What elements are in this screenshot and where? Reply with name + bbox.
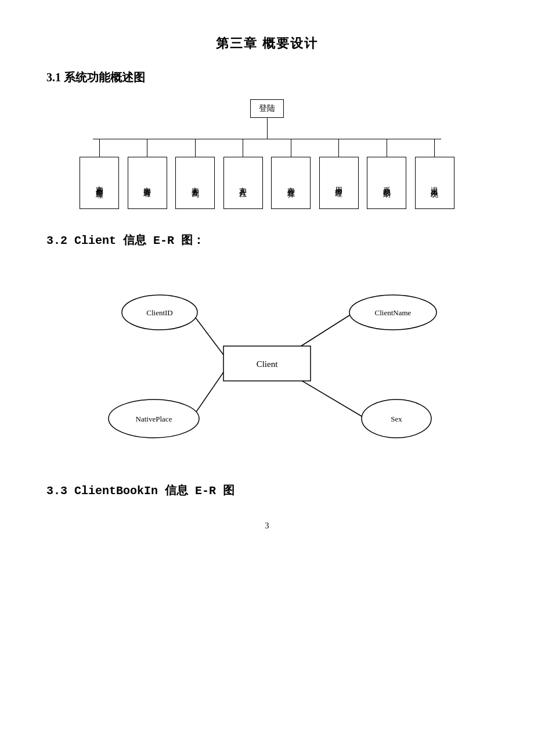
tree-child-col: 客房管理 — [124, 139, 172, 209]
tree-child-node: 客户结算 — [271, 157, 311, 209]
tree-child-node: 系统帮助 — [367, 157, 406, 209]
tree-child-col: 退出系统 — [411, 139, 459, 209]
svg-text:Sex: Sex — [391, 415, 402, 423]
svg-text:ClientID: ClientID — [146, 308, 173, 317]
tree-child-col: 客户类型管理 — [75, 139, 124, 209]
tree-child-node: 用户管理 — [319, 157, 359, 209]
tree-child-node: 客房管理 — [128, 157, 167, 209]
tree-child-node: 客户类型管理 — [80, 157, 119, 209]
section1-title: 3.1 系统功能概述图 — [46, 70, 488, 85]
er-svg: ClientID ClientName NativePlace Sex Clie… — [70, 262, 464, 459]
tree-child-col: 用户管理 — [315, 139, 363, 209]
page-number: 3 — [46, 521, 488, 531]
svg-text:ClientName: ClientName — [375, 308, 412, 317]
er-client-diagram: ClientID ClientName NativePlace Sex Clie… — [70, 262, 464, 459]
tree-child-node: 退出系统 — [415, 157, 454, 209]
function-tree-diagram: 登陆 客户类型管理 客房管理 客户查询 客户入住 客户结算 — [46, 99, 488, 209]
tree-child-col: 客户结算 — [267, 139, 315, 209]
svg-text:Client: Client — [257, 359, 278, 369]
tree-root-node: 登陆 — [250, 99, 284, 118]
tree-child-col: 客户查询 — [171, 139, 219, 209]
tree-child-col: 系统帮助 — [363, 139, 411, 209]
svg-line-0 — [192, 312, 223, 355]
svg-text:NativePlace: NativePlace — [136, 415, 172, 423]
chapter-title: 第三章 概要设计 — [46, 35, 488, 52]
section3-title: 3.3 ClientBookIn 信息 E-R 图 — [46, 483, 488, 498]
tree-child-col: 客户入住 — [219, 139, 268, 209]
tree-child-node: 客户查询 — [175, 157, 215, 209]
tree-child-node: 客户入住 — [223, 157, 263, 209]
section2-title: 3.2 Client 信息 E-R 图： — [46, 232, 488, 248]
